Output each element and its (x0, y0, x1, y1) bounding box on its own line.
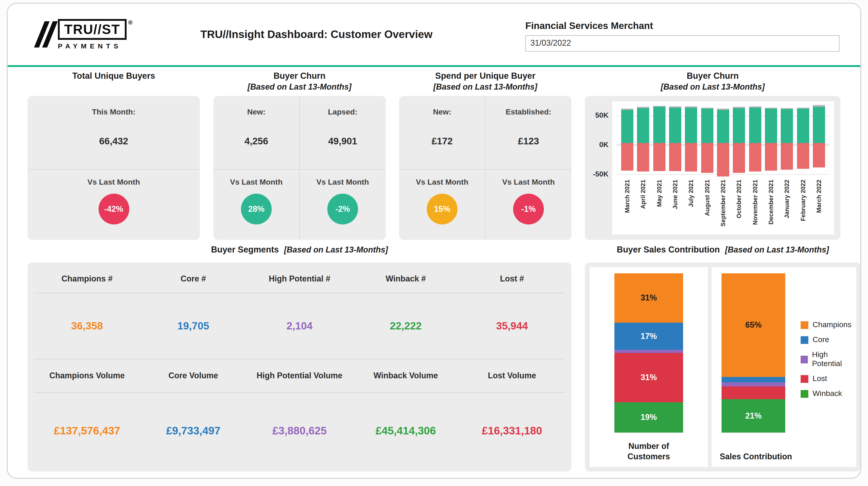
segment-lapsed[interactable] (701, 143, 713, 173)
legend-item-high_potential[interactable]: High Potential (801, 350, 856, 368)
churn-bar-december-2021[interactable] (763, 105, 779, 177)
x-label-july-2021: July 2021 (683, 179, 700, 232)
contrib-segment-high-potential[interactable] (721, 382, 785, 387)
churn-bar-february-2022[interactable] (795, 105, 811, 177)
legend-swatch-champions (801, 321, 809, 329)
x-label-sales-contribution: Sales Contribution (712, 447, 800, 462)
segment-lapsed[interactable] (781, 143, 793, 170)
x-label-march-2021: March 2021 (619, 179, 636, 232)
churn-plot-panel: March 2021April 2021May 2021June 2021Jul… (612, 102, 834, 234)
segment-lapsed[interactable] (637, 143, 649, 172)
legend-item-lost[interactable]: Lost (801, 374, 856, 383)
date-input[interactable] (525, 35, 839, 51)
segments-row-0: Champions #Core #High Potential #Winback… (34, 265, 565, 293)
spend-new-column: New: £172 Vs Last Month 15% (399, 96, 485, 240)
segment-gained[interactable] (765, 109, 777, 143)
legend-item-champions[interactable]: Champions (801, 320, 856, 330)
y-tick-0K: 0K (599, 141, 609, 149)
churn-bar-april-2021[interactable] (636, 105, 651, 177)
legend-label: Core (813, 335, 829, 344)
champions-count-label: Champions # (34, 274, 140, 284)
segment-lapsed[interactable] (717, 143, 729, 176)
segment-gained[interactable] (717, 110, 729, 143)
segment-gained[interactable] (637, 108, 649, 143)
churn-bar-october-2021[interactable] (731, 105, 747, 177)
churn-bar-november-2021[interactable] (747, 105, 763, 177)
high_potential-count: 2,104 (246, 320, 352, 332)
vs-last-month-label: Vs Last Month (316, 178, 369, 187)
segment-lapsed[interactable] (653, 143, 665, 171)
segment-gained[interactable] (653, 107, 665, 143)
x-label-june-2021: June 2021 (667, 179, 683, 232)
champions-volume: £137,576,437 (34, 425, 140, 437)
segment-gained[interactable] (797, 109, 809, 143)
contrib-segment-winback[interactable]: 19% (614, 402, 683, 433)
buyer-churn-chart-card: 50K0K-50K March 2021April 2021May 2021Ju… (585, 96, 840, 240)
spend-per-buyer-card: New: £172 Vs Last Month 15% Established:… (399, 96, 571, 240)
legend-item-core[interactable]: Core (801, 335, 856, 344)
contrib-bar-1: 65%21% (721, 273, 785, 433)
winback-volume: £45,414,306 (352, 425, 459, 437)
buyer-segments-column: Buyer Segments [Based on Last 13-Months]… (28, 245, 571, 471)
churn-bars (617, 105, 830, 177)
churn-bar-may-2021[interactable] (651, 105, 667, 177)
contrib-segment-champions[interactable]: 31% (614, 273, 683, 323)
high_potential-count-label: High Potential # (246, 274, 352, 284)
legend-swatch-high_potential (801, 355, 808, 363)
page-title: TRU//Insight Dashboard: Customer Overvie… (200, 28, 433, 41)
panel-title-sales-contribution: Buyer Sales Contribution [Based on Last … (585, 245, 861, 262)
segment-other[interactable] (813, 105, 825, 107)
panel-title-text: Buyer Sales Contribution (617, 245, 720, 255)
contrib-segment-core[interactable] (721, 377, 785, 382)
contrib-segment-core[interactable]: 17% (614, 323, 683, 350)
vs-last-month-block: Vs Last Month -42% (28, 169, 200, 240)
contrib-segment-high-potential[interactable] (614, 350, 683, 353)
churn-bar-march-2021[interactable] (619, 105, 636, 177)
contrib-segment-lost[interactable] (721, 387, 785, 399)
winback-count: 22,222 (352, 320, 459, 332)
segment-gained[interactable] (781, 109, 793, 143)
contrib-segment-winback[interactable]: 21% (721, 399, 785, 433)
segment-lapsed[interactable] (685, 143, 698, 172)
segment-gained[interactable] (733, 108, 745, 143)
segment-lapsed[interactable] (733, 143, 745, 173)
segment-gained[interactable] (669, 108, 681, 143)
panel-title-text: Buyer Churn (687, 70, 739, 82)
segment-lapsed[interactable] (813, 143, 825, 167)
panel-title-total-unique-buyers: Total Unique Buyers (28, 70, 200, 96)
contrib-segment-champions[interactable]: 65% (721, 273, 785, 377)
segment-lapsed[interactable] (669, 143, 681, 171)
segment-gained[interactable] (685, 108, 698, 143)
new-label: New: (433, 108, 451, 117)
x-label-march-2022: March 2022 (811, 179, 827, 232)
y-tick-50K: 50K (595, 112, 609, 120)
churn-plot (617, 105, 830, 177)
winback-count-label: Winback # (352, 274, 459, 284)
panel-subtitle-text: [Based on Last 13-Months] (725, 245, 829, 255)
legend-label: Lost (813, 374, 827, 383)
churn-bar-june-2021[interactable] (667, 105, 683, 177)
buyer-churn-card: New: 4,256 Vs Last Month 28% Lapsed: 49,… (213, 96, 385, 240)
kpi-row: Total Unique Buyers This Month: 66,432 V… (8, 70, 860, 240)
core-count: 19,705 (140, 320, 246, 332)
churn-bar-march-2022[interactable] (811, 105, 827, 177)
segment-gained[interactable] (749, 108, 761, 143)
legend-item-winback[interactable]: Winback (801, 389, 856, 398)
x-label-october-2021: October 2021 (731, 179, 747, 232)
segment-lapsed[interactable] (765, 143, 777, 170)
segment-gained[interactable] (701, 109, 713, 143)
segment-gained[interactable] (813, 107, 825, 143)
churn-bar-january-2022[interactable] (779, 105, 795, 177)
segment-lapsed[interactable] (621, 143, 633, 170)
segment-lapsed[interactable] (797, 143, 809, 169)
segment-lapsed[interactable] (749, 143, 761, 172)
churn-bar-july-2021[interactable] (683, 105, 700, 177)
churn-bar-august-2021[interactable] (699, 105, 715, 177)
panel-title-text: Buyer Segments (211, 245, 279, 255)
x-label-number-of-customers: Number of Customers (617, 437, 680, 462)
legend-label: Winback (813, 389, 842, 398)
spend-new-change-badge: 15% (427, 194, 458, 224)
contrib-segment-lost[interactable]: 31% (614, 353, 683, 402)
segment-gained[interactable] (621, 110, 633, 143)
churn-bar-september-2021[interactable] (715, 105, 731, 177)
